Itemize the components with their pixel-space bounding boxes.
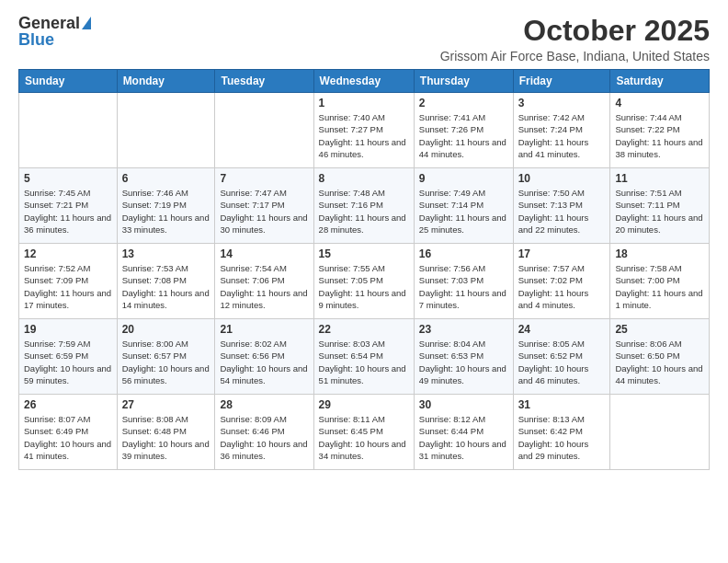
calendar-cell: 26Sunrise: 8:07 AM Sunset: 6:49 PM Dayli…	[19, 395, 118, 470]
day-number: 23	[419, 323, 508, 336]
col-monday: Monday	[117, 70, 215, 93]
day-info: Sunrise: 7:55 AM Sunset: 7:05 PM Dayligh…	[319, 262, 409, 311]
calendar-cell: 29Sunrise: 8:11 AM Sunset: 6:45 PM Dayli…	[313, 395, 414, 470]
calendar-cell: 10Sunrise: 7:50 AM Sunset: 7:13 PM Dayli…	[513, 168, 610, 244]
day-number: 8	[319, 172, 409, 185]
day-number: 10	[518, 172, 606, 185]
day-info: Sunrise: 7:58 AM Sunset: 7:00 PM Dayligh…	[615, 262, 704, 311]
calendar-cell: 13Sunrise: 7:53 AM Sunset: 7:08 PM Dayli…	[117, 244, 215, 319]
day-number: 25	[615, 323, 704, 336]
day-info: Sunrise: 7:46 AM Sunset: 7:19 PM Dayligh…	[122, 187, 210, 236]
day-info: Sunrise: 7:50 AM Sunset: 7:13 PM Dayligh…	[518, 187, 606, 236]
day-info: Sunrise: 8:02 AM Sunset: 6:56 PM Dayligh…	[220, 338, 308, 386]
day-number: 11	[615, 172, 704, 185]
day-info: Sunrise: 7:53 AM Sunset: 7:08 PM Dayligh…	[122, 262, 210, 311]
day-number: 16	[419, 247, 508, 260]
day-number: 3	[518, 97, 606, 109]
month-title: October 2025	[440, 15, 710, 47]
day-info: Sunrise: 7:52 AM Sunset: 7:09 PM Dayligh…	[24, 262, 112, 311]
calendar-cell: 12Sunrise: 7:52 AM Sunset: 7:09 PM Dayli…	[19, 244, 118, 319]
day-info: Sunrise: 8:00 AM Sunset: 6:57 PM Dayligh…	[122, 338, 210, 386]
calendar-cell: 1Sunrise: 7:40 AM Sunset: 7:27 PM Daylig…	[313, 93, 414, 168]
day-info: Sunrise: 7:41 AM Sunset: 7:26 PM Dayligh…	[419, 111, 508, 160]
day-info: Sunrise: 8:05 AM Sunset: 6:52 PM Dayligh…	[518, 338, 606, 386]
day-info: Sunrise: 8:12 AM Sunset: 6:44 PM Dayligh…	[419, 413, 508, 462]
calendar-cell: 9Sunrise: 7:49 AM Sunset: 7:14 PM Daylig…	[414, 168, 513, 244]
day-number: 12	[24, 247, 112, 260]
day-number: 20	[122, 323, 210, 336]
day-number: 22	[319, 323, 409, 336]
calendar-week-row: 12Sunrise: 7:52 AM Sunset: 7:09 PM Dayli…	[19, 244, 710, 319]
day-number: 30	[419, 398, 508, 411]
day-number: 14	[220, 247, 308, 260]
col-sunday: Sunday	[19, 70, 118, 93]
calendar-cell	[610, 395, 710, 470]
calendar-cell: 4Sunrise: 7:44 AM Sunset: 7:22 PM Daylig…	[610, 93, 710, 168]
day-info: Sunrise: 8:08 AM Sunset: 6:48 PM Dayligh…	[122, 413, 210, 462]
calendar-cell: 14Sunrise: 7:54 AM Sunset: 7:06 PM Dayli…	[215, 244, 313, 319]
calendar-week-row: 26Sunrise: 8:07 AM Sunset: 6:49 PM Dayli…	[19, 395, 710, 470]
day-info: Sunrise: 7:51 AM Sunset: 7:11 PM Dayligh…	[615, 187, 704, 236]
day-number: 13	[122, 247, 210, 260]
calendar-cell: 24Sunrise: 8:05 AM Sunset: 6:52 PM Dayli…	[513, 319, 610, 395]
day-info: Sunrise: 7:40 AM Sunset: 7:27 PM Dayligh…	[319, 111, 409, 160]
day-number: 15	[319, 247, 409, 260]
calendar-cell: 22Sunrise: 8:03 AM Sunset: 6:54 PM Dayli…	[313, 319, 414, 395]
header: General Blue October 2025 Grissom Air Fo…	[18, 15, 710, 63]
col-saturday: Saturday	[610, 70, 710, 93]
calendar-cell: 31Sunrise: 8:13 AM Sunset: 6:42 PM Dayli…	[513, 395, 610, 470]
day-info: Sunrise: 7:57 AM Sunset: 7:02 PM Dayligh…	[518, 262, 606, 311]
calendar-cell	[19, 93, 118, 168]
day-info: Sunrise: 8:07 AM Sunset: 6:49 PM Dayligh…	[24, 413, 112, 462]
calendar-week-row: 5Sunrise: 7:45 AM Sunset: 7:21 PM Daylig…	[19, 168, 710, 244]
day-number: 28	[220, 398, 308, 411]
calendar-cell: 20Sunrise: 8:00 AM Sunset: 6:57 PM Dayli…	[117, 319, 215, 395]
calendar-cell: 3Sunrise: 7:42 AM Sunset: 7:24 PM Daylig…	[513, 93, 610, 168]
calendar-cell: 8Sunrise: 7:48 AM Sunset: 7:16 PM Daylig…	[313, 168, 414, 244]
day-number: 29	[319, 398, 409, 411]
day-number: 24	[518, 323, 606, 336]
day-info: Sunrise: 7:42 AM Sunset: 7:24 PM Dayligh…	[518, 111, 606, 160]
day-number: 1	[319, 97, 409, 109]
calendar-cell: 28Sunrise: 8:09 AM Sunset: 6:46 PM Dayli…	[215, 395, 313, 470]
day-info: Sunrise: 7:59 AM Sunset: 6:59 PM Dayligh…	[24, 338, 112, 386]
day-number: 7	[220, 172, 308, 185]
day-number: 5	[24, 172, 112, 185]
calendar-week-row: 1Sunrise: 7:40 AM Sunset: 7:27 PM Daylig…	[19, 93, 710, 168]
day-number: 27	[122, 398, 210, 411]
day-info: Sunrise: 8:09 AM Sunset: 6:46 PM Dayligh…	[220, 413, 308, 462]
day-number: 4	[615, 97, 704, 109]
day-number: 18	[615, 247, 704, 260]
day-info: Sunrise: 8:04 AM Sunset: 6:53 PM Dayligh…	[419, 338, 508, 386]
calendar-cell: 2Sunrise: 7:41 AM Sunset: 7:26 PM Daylig…	[414, 93, 513, 168]
calendar-cell: 11Sunrise: 7:51 AM Sunset: 7:11 PM Dayli…	[610, 168, 710, 244]
day-info: Sunrise: 8:03 AM Sunset: 6:54 PM Dayligh…	[319, 338, 409, 386]
page: General Blue October 2025 Grissom Air Fo…	[0, 0, 728, 481]
day-info: Sunrise: 8:11 AM Sunset: 6:45 PM Dayligh…	[319, 413, 409, 462]
day-info: Sunrise: 7:48 AM Sunset: 7:16 PM Dayligh…	[319, 187, 409, 236]
calendar-cell: 17Sunrise: 7:57 AM Sunset: 7:02 PM Dayli…	[513, 244, 610, 319]
day-number: 19	[24, 323, 112, 336]
col-friday: Friday	[513, 70, 610, 93]
calendar-cell: 21Sunrise: 8:02 AM Sunset: 6:56 PM Dayli…	[215, 319, 313, 395]
calendar-cell: 23Sunrise: 8:04 AM Sunset: 6:53 PM Dayli…	[414, 319, 513, 395]
day-info: Sunrise: 7:49 AM Sunset: 7:14 PM Dayligh…	[419, 187, 508, 236]
day-number: 9	[419, 172, 508, 185]
calendar-week-row: 19Sunrise: 7:59 AM Sunset: 6:59 PM Dayli…	[19, 319, 710, 395]
day-number: 21	[220, 323, 308, 336]
calendar-cell	[215, 93, 313, 168]
day-number: 26	[24, 398, 112, 411]
calendar: Sunday Monday Tuesday Wednesday Thursday…	[18, 69, 710, 470]
calendar-cell: 18Sunrise: 7:58 AM Sunset: 7:00 PM Dayli…	[610, 244, 710, 319]
calendar-header-row: Sunday Monday Tuesday Wednesday Thursday…	[19, 70, 710, 93]
location-title: Grissom Air Force Base, Indiana, United …	[440, 49, 710, 63]
calendar-cell: 25Sunrise: 8:06 AM Sunset: 6:50 PM Dayli…	[610, 319, 710, 395]
calendar-cell: 5Sunrise: 7:45 AM Sunset: 7:21 PM Daylig…	[19, 168, 118, 244]
day-number: 6	[122, 172, 210, 185]
calendar-cell: 15Sunrise: 7:55 AM Sunset: 7:05 PM Dayli…	[313, 244, 414, 319]
col-wednesday: Wednesday	[313, 70, 414, 93]
logo: General Blue	[18, 15, 91, 48]
day-number: 31	[518, 398, 606, 411]
day-info: Sunrise: 7:47 AM Sunset: 7:17 PM Dayligh…	[220, 187, 308, 236]
calendar-cell: 30Sunrise: 8:12 AM Sunset: 6:44 PM Dayli…	[414, 395, 513, 470]
